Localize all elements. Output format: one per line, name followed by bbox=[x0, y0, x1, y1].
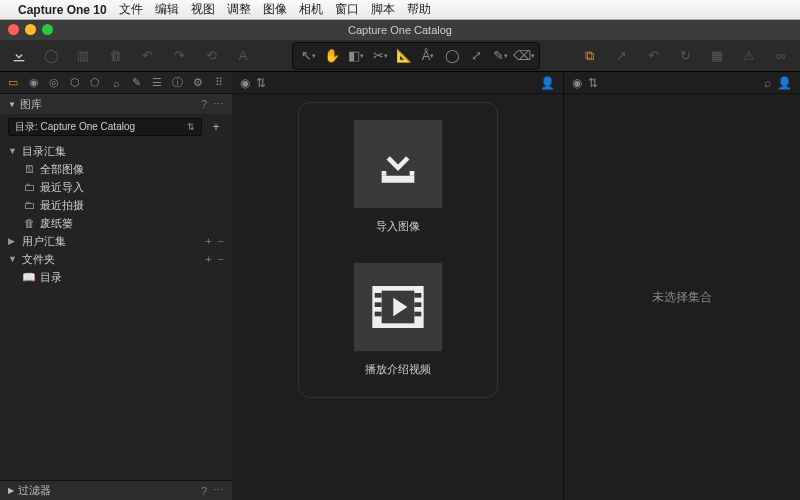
tree-recent-captures[interactable]: 🗀 最近拍摄 bbox=[0, 196, 232, 214]
book-icon: 📖 bbox=[22, 271, 36, 284]
welcome-panel: 导入图像 播放介绍视频 bbox=[298, 102, 498, 398]
tab-color-icon[interactable]: ⬡ bbox=[68, 75, 83, 90]
grid-icon[interactable]: ▦ bbox=[706, 46, 728, 66]
menu-file[interactable]: 文件 bbox=[119, 1, 143, 18]
rotate-left-icon[interactable]: ↶ bbox=[642, 46, 664, 66]
tree-catalog-group[interactable]: ▼ 目录汇集 bbox=[0, 142, 232, 160]
tab-lens-icon[interactable]: ◎ bbox=[47, 75, 62, 90]
svg-rect-4 bbox=[374, 302, 381, 307]
tree-recent-imports[interactable]: 🗀 最近导入 bbox=[0, 178, 232, 196]
folder-icon: 🗀 bbox=[22, 199, 36, 211]
pan-tool-icon[interactable]: ✋ bbox=[321, 46, 343, 66]
library-panel-header: ▼ 图库 ? ⋯ bbox=[0, 94, 232, 114]
zoom-window-button[interactable] bbox=[42, 24, 53, 35]
focus-mask-icon[interactable]: ∞ bbox=[770, 46, 792, 66]
reset-icon[interactable]: ⟲ bbox=[200, 46, 222, 66]
tab-output-icon[interactable]: ⚙ bbox=[191, 75, 206, 90]
svg-rect-3 bbox=[374, 293, 381, 298]
chevron-right-icon: ▶ bbox=[8, 236, 18, 246]
auto-adjust-icon[interactable]: A bbox=[232, 46, 254, 66]
menu-edit[interactable]: 编辑 bbox=[155, 1, 179, 18]
apply-adjustments-icon[interactable]: ↗ bbox=[610, 46, 632, 66]
svg-rect-6 bbox=[414, 293, 421, 298]
tab-metadata-icon[interactable]: ⓘ bbox=[170, 75, 185, 90]
stack-icon[interactable]: ▥ bbox=[72, 46, 94, 66]
import-images-label: 导入图像 bbox=[376, 219, 420, 234]
menu-dots-icon[interactable]: ⋯ bbox=[213, 484, 224, 497]
menu-view[interactable]: 视图 bbox=[191, 1, 215, 18]
tree-trash[interactable]: 🗑 废纸篓 bbox=[0, 214, 232, 232]
tree-folders-group[interactable]: ▼ 文件夹 +− bbox=[0, 250, 232, 268]
rotate-right-icon[interactable]: ↻ bbox=[674, 46, 696, 66]
browser-toolbar: ◉ ⇅ ⌕ 👤 bbox=[564, 72, 800, 94]
film-play-icon bbox=[370, 279, 426, 335]
tab-capture-icon[interactable]: ◉ bbox=[27, 75, 42, 90]
sort-icon[interactable]: ⇅ bbox=[588, 76, 598, 90]
tab-batch-icon[interactable]: ⠿ bbox=[211, 75, 226, 90]
brush-tool-icon[interactable]: ✎▾ bbox=[489, 46, 511, 66]
import-images-tile[interactable] bbox=[353, 119, 443, 209]
close-window-button[interactable] bbox=[8, 24, 19, 35]
tab-exposure-icon[interactable]: ⬠ bbox=[88, 75, 103, 90]
sort-icon[interactable]: ⇅ bbox=[256, 76, 266, 90]
play-intro-video-label: 播放介绍视频 bbox=[365, 362, 431, 377]
add-user-collection-button[interactable]: + bbox=[205, 235, 211, 247]
remove-folder-button[interactable]: − bbox=[218, 253, 224, 265]
chevron-down-icon[interactable]: ▼ bbox=[8, 100, 16, 109]
filters-header-label: 过滤器 bbox=[18, 483, 51, 498]
main-toolbar: ◯ ▥ 🗑 ↶ ↷ ⟲ A ↖▾ ✋ ◧▾ ✂▾ 📐 Å▾ ◯ ⤢ ✎▾ ⌫▾ … bbox=[0, 40, 800, 72]
copy-adjustments-icon[interactable]: ⧉ bbox=[578, 46, 600, 66]
help-icon[interactable]: ? bbox=[201, 98, 207, 110]
tab-library-icon[interactable]: ▭ bbox=[6, 75, 21, 90]
tab-adjustments-icon[interactable]: ☰ bbox=[150, 75, 165, 90]
chevron-right-icon: ▶ bbox=[8, 486, 14, 495]
help-icon[interactable]: ? bbox=[201, 485, 207, 497]
minimize-window-button[interactable] bbox=[25, 24, 36, 35]
tree-folder-catalog[interactable]: 📖 目录 bbox=[0, 268, 232, 286]
tab-details-icon[interactable]: ✎ bbox=[129, 75, 144, 90]
filters-panel-header[interactable]: ▶ 过滤器 ? ⋯ bbox=[0, 480, 232, 500]
menu-script[interactable]: 脚本 bbox=[371, 1, 395, 18]
traffic-lights bbox=[8, 24, 53, 35]
person-icon[interactable]: 👤 bbox=[540, 76, 555, 90]
menu-app-name[interactable]: Capture One 10 bbox=[18, 3, 107, 17]
import-icon[interactable] bbox=[8, 46, 30, 66]
trash-icon: 🗑 bbox=[22, 217, 36, 229]
redo-icon[interactable]: ↷ bbox=[168, 46, 190, 66]
svg-rect-5 bbox=[374, 312, 381, 317]
spot-tool-icon[interactable]: ◯ bbox=[441, 46, 463, 66]
tree-user-group[interactable]: ▶ 用户汇集 +− bbox=[0, 232, 232, 250]
person-icon[interactable]: 👤 bbox=[777, 76, 792, 90]
play-intro-video-tile[interactable] bbox=[353, 262, 443, 352]
straighten-tool-icon[interactable]: 📐 bbox=[393, 46, 415, 66]
search-icon[interactable]: ⌕ bbox=[764, 76, 771, 90]
left-sidebar: ▭ ◉ ◎ ⬡ ⬠ ⌕ ✎ ☰ ⓘ ⚙ ⠿ ▼ 图库 ? ⋯ 目录: Captu… bbox=[0, 72, 232, 500]
capture-icon[interactable]: ◯ bbox=[40, 46, 62, 66]
tree-all-images[interactable]: 🖻 全部图像 bbox=[0, 160, 232, 178]
menu-window[interactable]: 窗口 bbox=[335, 1, 359, 18]
remove-user-collection-button[interactable]: − bbox=[218, 235, 224, 247]
tab-search-icon[interactable]: ⌕ bbox=[109, 75, 124, 90]
eraser-tool-icon[interactable]: ⌫▾ bbox=[513, 46, 535, 66]
eyedropper-tool-icon[interactable]: ⤢ bbox=[465, 46, 487, 66]
eye-icon[interactable]: ◉ bbox=[240, 76, 250, 90]
add-folder-button[interactable]: + bbox=[205, 253, 211, 265]
menu-adjust[interactable]: 调整 bbox=[227, 1, 251, 18]
undo-icon[interactable]: ↶ bbox=[136, 46, 158, 66]
warning-icon[interactable]: ⚠ bbox=[738, 46, 760, 66]
keystone-tool-icon[interactable]: Å▾ bbox=[417, 46, 439, 66]
mask-tool-icon[interactable]: ◧▾ bbox=[345, 46, 367, 66]
add-catalog-button[interactable]: + bbox=[208, 119, 224, 135]
menu-image[interactable]: 图像 bbox=[263, 1, 287, 18]
cursor-tools-group: ↖▾ ✋ ◧▾ ✂▾ 📐 Å▾ ◯ ⤢ ✎▾ ⌫▾ bbox=[292, 42, 540, 70]
pointer-tool-icon[interactable]: ↖▾ bbox=[297, 46, 319, 66]
menu-help[interactable]: 帮助 bbox=[407, 1, 431, 18]
menu-camera[interactable]: 相机 bbox=[299, 1, 323, 18]
eye-icon[interactable]: ◉ bbox=[572, 76, 582, 90]
images-icon: 🖻 bbox=[22, 163, 36, 175]
window-title: Capture One Catalog bbox=[348, 24, 452, 36]
trash-icon[interactable]: 🗑 bbox=[104, 46, 126, 66]
crop-tool-icon[interactable]: ✂▾ bbox=[369, 46, 391, 66]
catalog-selector[interactable]: 目录: Capture One Catalog ⇅ bbox=[8, 118, 202, 136]
menu-dots-icon[interactable]: ⋯ bbox=[213, 98, 224, 111]
